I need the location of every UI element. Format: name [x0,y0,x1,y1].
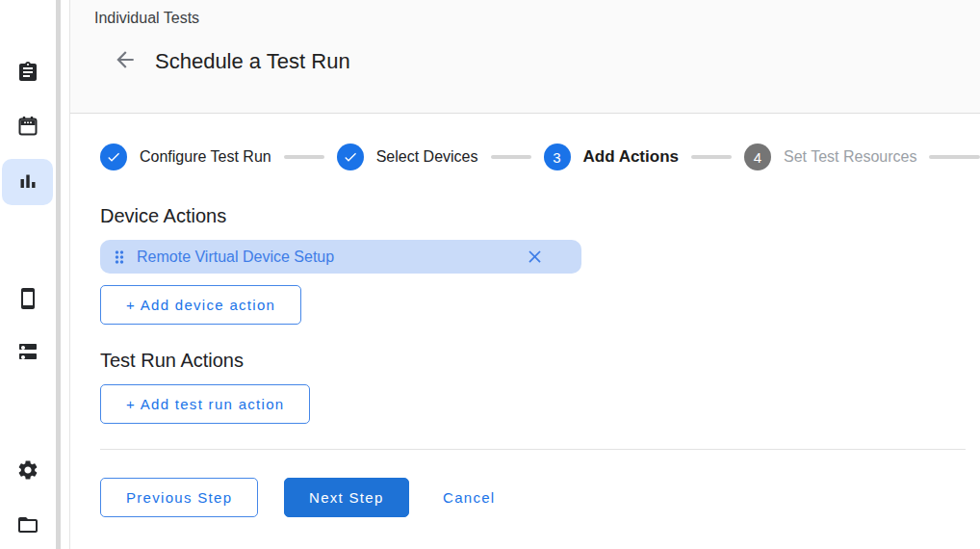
sidebar-scrollbar[interactable] [56,0,61,549]
step-number-badge: 4 [744,144,771,170]
footer-divider [100,449,966,450]
step-label: Set Test Resources [784,148,916,166]
sidebar-item-settings[interactable] [16,458,39,482]
chip-remove-button[interactable] [525,247,545,267]
back-button[interactable] [112,47,139,74]
stepper-connector [284,155,324,159]
page-header: Individual Tests Schedule a Test Run [70,0,980,114]
page-title: Schedule a Test Run [155,49,350,74]
step-add-actions[interactable]: 3 Add Actions [544,144,679,170]
test-run-actions-heading: Test Run Actions [100,350,244,372]
drag-handle-icon[interactable] [110,248,129,267]
sidebar-item-devices[interactable] [16,287,39,310]
bar-chart-icon [16,170,39,194]
settings-gear-icon [16,458,39,482]
step-select-devices[interactable]: Select Devices [337,144,478,170]
sidebar [0,0,56,549]
clipboard-tests-icon [16,61,39,84]
schedule-test-run-page: Individual Tests Schedule a Test Run Con… [0,0,980,549]
storage-icon [16,341,39,364]
device-actions-heading: Device Actions [100,205,226,227]
device-action-chip[interactable]: Remote Virtual Device Setup [100,240,581,274]
smartphone-icon [16,287,39,310]
sidebar-item-test-runs[interactable] [16,170,39,194]
stepper-connector [929,155,980,159]
previous-step-button[interactable]: Previous Step [100,478,258,517]
folder-icon [16,513,39,536]
close-icon [525,255,545,270]
chip-label: Remote Virtual Device Setup [137,248,334,266]
step-configure-test-run[interactable]: Configure Test Run [100,144,271,170]
stepper-connector [691,155,732,159]
stepper-connector [491,155,531,159]
step-done-check-icon [100,144,127,170]
breadcrumb: Individual Tests [94,10,199,27]
step-label: Configure Test Run [140,148,271,166]
add-device-action-button[interactable]: + Add device action [100,285,301,325]
calendar-icon [16,115,39,138]
sidebar-item-projects[interactable] [16,513,39,536]
wizard-stepper: Configure Test Run Select Devices 3 Add … [70,114,980,200]
arrow-back-icon [113,61,138,75]
next-step-button[interactable]: Next Step [284,478,409,517]
step-label: Select Devices [376,148,478,166]
step-set-test-resources[interactable]: 4 Set Test Resources [744,144,916,170]
content-left-border [69,0,70,549]
step-done-check-icon [337,144,364,170]
step-number-badge: 3 [544,144,571,170]
sidebar-item-tests[interactable] [16,61,39,84]
add-test-run-action-button[interactable]: + Add test run action [100,384,310,424]
sidebar-item-resources[interactable] [16,341,39,364]
cancel-button[interactable]: Cancel [431,478,507,517]
sidebar-item-schedule[interactable] [16,115,39,138]
step-label: Add Actions [583,147,679,167]
